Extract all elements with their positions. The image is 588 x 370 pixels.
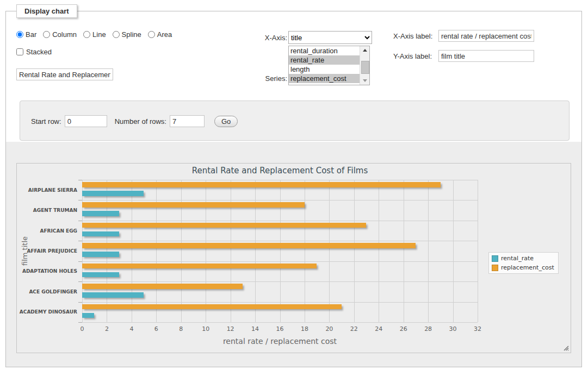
- chart-legend: rental_ratereplacement_cost: [488, 252, 559, 274]
- x-tick-label: 8: [172, 325, 190, 333]
- x-tick-label: 10: [196, 325, 215, 333]
- gridline: [82, 200, 478, 200]
- scroll-down-icon[interactable]: [360, 77, 369, 85]
- bar-rental-rate: [82, 252, 119, 257]
- bar-replacement-cost: [82, 182, 441, 187]
- y-tick: [78, 221, 82, 221]
- chart-type-radio-line[interactable]: [83, 31, 90, 38]
- x-tick-label: 6: [147, 325, 165, 333]
- bar-replacement-cost: [82, 284, 243, 289]
- stacked-checkbox[interactable]: [16, 48, 23, 55]
- legend-item-replacement_cost: replacement_cost: [492, 264, 554, 271]
- chart-container: Rental Rate and Replacement Cost of Film…: [16, 163, 571, 353]
- x-tick-label: 16: [271, 325, 289, 333]
- chart-title: Rental Rate and Replacement Cost of Film…: [82, 166, 478, 175]
- scroll-up-icon[interactable]: [360, 46, 369, 54]
- x-tick-label: 24: [369, 325, 388, 333]
- gridline: [82, 261, 478, 262]
- x-axis-select[interactable]: title: [288, 31, 372, 44]
- chart-type-radio-spline[interactable]: [113, 31, 120, 38]
- bar-rental-rate: [82, 211, 119, 216]
- chart-type-label: Line: [92, 30, 106, 39]
- chart-type-column[interactable]: Column: [43, 30, 77, 39]
- chart-type-line[interactable]: Line: [83, 30, 106, 39]
- bar-replacement-cost: [82, 264, 317, 269]
- gridline: [181, 180, 182, 322]
- chart-type-radio-bar[interactable]: [16, 31, 23, 38]
- num-rows-label: Number of rows:: [115, 117, 166, 126]
- bar-replacement-cost: [82, 223, 366, 228]
- legend-label: rental_rate: [501, 255, 534, 262]
- gridline: [82, 221, 478, 221]
- y-tick: [78, 281, 82, 282]
- x-axis-label-input[interactable]: [438, 30, 534, 42]
- gridline: [82, 180, 478, 180]
- series-option-length[interactable]: length: [289, 65, 360, 74]
- scrollbar-thumb[interactable]: [361, 61, 369, 74]
- gridline: [305, 180, 305, 322]
- x-tick-label: 30: [444, 325, 462, 333]
- legend-item-rental_rate: rental_rate: [492, 255, 554, 262]
- legend-swatch-icon: [492, 255, 498, 262]
- gridline: [280, 180, 281, 322]
- gridline: [82, 241, 478, 241]
- gridline: [329, 180, 330, 322]
- category-label: ACE GOLDFINGER: [17, 281, 77, 302]
- stacked-option[interactable]: Stacked: [16, 48, 52, 56]
- chart-type-group: BarColumnLineSplineArea: [16, 30, 175, 39]
- x-tick-label: 18: [295, 325, 314, 333]
- y-tick: [78, 241, 82, 241]
- start-row-label: Start row:: [31, 117, 61, 126]
- resize-handle-icon[interactable]: [563, 345, 569, 351]
- y-axis-label-caption: Y-Axis label:: [393, 52, 432, 60]
- chart-type-radio-area[interactable]: [148, 31, 155, 38]
- x-tick-label: 28: [419, 325, 437, 333]
- go-button[interactable]: Go: [214, 116, 238, 127]
- series-options: rental_durationrental_ratelengthreplacem…: [289, 46, 360, 85]
- x-tick-label: 26: [394, 325, 413, 333]
- series-option-replacement_cost[interactable]: replacement_cost: [289, 74, 360, 83]
- bar-replacement-cost: [82, 304, 342, 310]
- chart-type-radio-column[interactable]: [43, 31, 50, 38]
- page: Display chart BarColumnLineSplineArea St…: [0, 0, 588, 370]
- x-tick-label: 0: [73, 325, 91, 333]
- gridline: [82, 302, 478, 303]
- series-option-rental_rate[interactable]: rental_rate: [289, 55, 360, 65]
- chart-title-input[interactable]: [16, 68, 113, 80]
- category-label: ACADEMY DINOSAUR: [17, 302, 77, 322]
- x-tick-label: 14: [246, 325, 264, 333]
- series-listbox-label: Series:: [236, 74, 287, 83]
- chart-type-bar[interactable]: Bar: [16, 30, 36, 39]
- series-listbox[interactable]: rental_durationrental_ratelengthreplacem…: [288, 46, 370, 85]
- legend-label: replacement_cost: [501, 264, 554, 271]
- gridline: [354, 180, 355, 322]
- bar-rental-rate: [82, 231, 119, 237]
- chart-type-spline[interactable]: Spline: [113, 30, 141, 39]
- y-tick: [78, 180, 82, 180]
- x-tick-label: 12: [221, 325, 240, 333]
- start-row-input[interactable]: [65, 115, 107, 127]
- bar-rental-rate: [82, 191, 144, 196]
- gridline: [453, 180, 454, 322]
- y-axis-label-input[interactable]: [438, 50, 534, 62]
- chart-type-area[interactable]: Area: [148, 30, 172, 39]
- series-option-rental_duration[interactable]: rental_duration: [289, 46, 360, 55]
- gridline: [404, 180, 404, 322]
- x-axis-label-caption: X-Axis label:: [393, 32, 432, 40]
- gridline: [428, 180, 429, 322]
- series-scrollbar[interactable]: [360, 46, 369, 85]
- y-axis-title: film title: [21, 236, 29, 266]
- x-tick-label: 4: [122, 325, 141, 333]
- x-axis-title: rental rate / replacement cost: [82, 337, 478, 346]
- y-tick: [78, 200, 82, 200]
- gridline: [82, 180, 83, 322]
- gridline: [255, 180, 256, 322]
- y-tick: [78, 261, 82, 262]
- x-tick-label: 20: [320, 325, 338, 333]
- gridline: [379, 180, 379, 322]
- num-rows-input[interactable]: [170, 115, 205, 127]
- gridline: [132, 180, 132, 322]
- bar-replacement-cost: [82, 202, 305, 208]
- y-tick: [78, 322, 82, 323]
- bar-replacement-cost: [82, 243, 416, 248]
